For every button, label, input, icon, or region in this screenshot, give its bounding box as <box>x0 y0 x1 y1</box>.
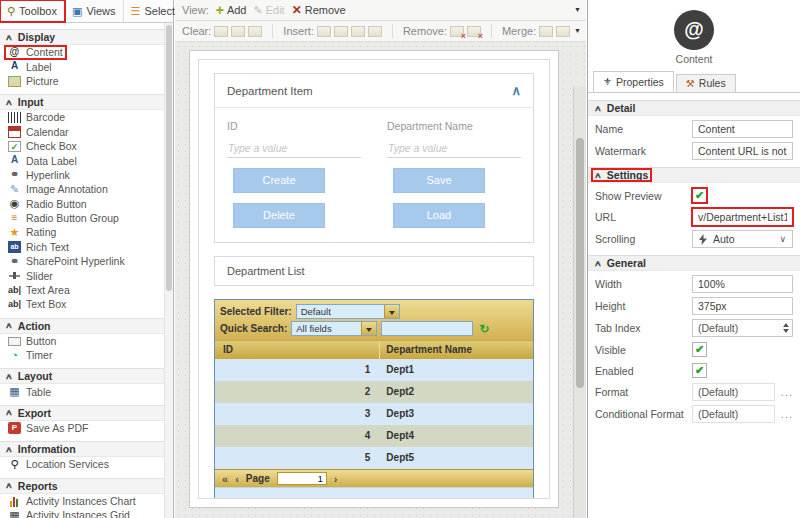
delete-button[interactable]: Delete <box>233 203 325 228</box>
id-input[interactable] <box>227 139 361 158</box>
column-header-id[interactable]: ID <box>215 341 380 359</box>
dropdown-arrow-icon[interactable] <box>361 322 376 335</box>
toolbox-item-picture[interactable]: Picture <box>0 74 164 88</box>
section-action[interactable]: ∧Action <box>0 318 164 334</box>
section-reports[interactable]: ∧Reports <box>0 478 164 494</box>
quick-search-input[interactable] <box>381 321 473 336</box>
remove-view-button[interactable]: ✕Remove <box>292 3 346 17</box>
create-button[interactable]: Create <box>233 168 325 193</box>
toolbox-scrollbar[interactable] <box>164 23 173 518</box>
load-button[interactable]: Load <box>393 203 485 228</box>
department-item-header[interactable]: Department Item ∧ <box>215 74 533 108</box>
pager-prev-icon[interactable]: ‹ <box>235 471 239 487</box>
clear-contents-icon[interactable] <box>214 26 228 37</box>
insert-row-below-icon[interactable] <box>368 26 382 37</box>
canvas-scrollbar[interactable] <box>573 86 586 518</box>
section-display[interactable]: ∧Display <box>0 29 164 45</box>
chevron-up-icon[interactable]: ∧ <box>511 83 521 98</box>
section-information[interactable]: ∧Information <box>0 441 164 457</box>
toolbox-item-activity-instances-chart[interactable]: Activity Instances Chart <box>0 494 164 508</box>
quick-search-field-dropdown[interactable]: All fields <box>291 321 377 336</box>
conditional-format-value[interactable]: (Default) <box>692 405 775 423</box>
format-value[interactable]: (Default) <box>692 383 775 401</box>
section-export[interactable]: ∧Export <box>0 405 164 421</box>
watermark-input[interactable] <box>692 142 793 160</box>
edit-view-button[interactable]: ✎Edit <box>253 4 284 17</box>
toolbox-item-image-annotation[interactable]: ✎Image Annotation <box>0 182 164 196</box>
toolbox-item-timer[interactable]: ◔Timer <box>0 348 164 362</box>
pager-page-input[interactable] <box>277 472 327 485</box>
toolbox-item-table[interactable]: ▦Table <box>0 384 164 398</box>
table-row[interactable]: 2Dept2 <box>215 381 533 403</box>
tab-rules[interactable]: ⚒ Rules <box>676 74 736 92</box>
insert-column-right-icon[interactable] <box>334 26 348 37</box>
toolbar-dropdown-icon[interactable]: ▼ <box>574 27 581 34</box>
toolbox-scrollbar-thumb[interactable] <box>166 25 172 291</box>
toolbox-item-checkbox[interactable]: ✓Check Box <box>0 139 164 153</box>
toolbox-item-text-box[interactable]: ab|Text Box <box>0 297 164 311</box>
insert-column-left-icon[interactable] <box>317 26 331 37</box>
height-label: Height <box>595 300 692 312</box>
scrolling-dropdown[interactable]: Auto ∨ <box>692 230 793 248</box>
insert-row-above-icon[interactable] <box>351 26 365 37</box>
format-ellipsis-button[interactable]: ... <box>781 386 793 398</box>
tab-index-spinner[interactable]: (Default) <box>692 319 793 337</box>
toolbox-item-content[interactable]: @Content <box>0 45 164 59</box>
conditional-format-ellipsis-button[interactable]: ... <box>781 408 793 420</box>
toolbox-item-rich-text[interactable]: abRich Text <box>0 240 164 254</box>
merge-right-icon[interactable] <box>539 26 553 37</box>
pager-next-icon[interactable]: › <box>334 471 338 487</box>
dropdown-arrow-icon[interactable] <box>384 305 399 318</box>
table-row[interactable]: 3Dept3 <box>215 403 533 425</box>
remove-row-icon[interactable] <box>467 26 481 37</box>
selected-filter-dropdown[interactable]: Default <box>296 304 400 319</box>
toolbar-dropdown-icon[interactable]: ▼ <box>574 6 581 13</box>
section-layout[interactable]: ∧Layout <box>0 368 164 384</box>
clear-all-icon[interactable] <box>248 26 262 37</box>
toolbox-item-sharepoint-hyperlink[interactable]: ⚭SharePoint Hyperlink <box>0 254 164 268</box>
column-header-department-name[interactable]: Department Name <box>380 341 533 359</box>
merge-down-icon[interactable] <box>556 26 570 37</box>
visible-checkbox[interactable]: ✔ <box>692 342 707 357</box>
pager-first-icon[interactable]: « <box>222 471 228 487</box>
toolbox-item-rating[interactable]: ★Rating <box>0 225 164 239</box>
toolbox-item-radio-button-group[interactable]: ≡Radio Button Group <box>0 211 164 225</box>
refresh-icon[interactable]: ↻ <box>479 322 489 336</box>
name-input[interactable] <box>692 120 793 138</box>
toolbox-item-text-area[interactable]: ab|Text Area <box>0 283 164 297</box>
toolbox-item-button[interactable]: Button <box>0 334 164 348</box>
department-name-input[interactable] <box>387 139 521 158</box>
table-row[interactable]: 5Dept5 <box>215 447 533 469</box>
toolbox-item-data-label[interactable]: AData Label <box>0 153 164 167</box>
show-preview-checkbox[interactable]: ✔ <box>692 188 707 203</box>
section-general[interactable]: ∧General <box>588 255 800 271</box>
picture-icon <box>8 76 21 87</box>
toolbox-item-barcode[interactable]: Barcode <box>0 110 164 124</box>
width-input[interactable] <box>692 275 793 293</box>
remove-column-icon[interactable] <box>450 26 464 37</box>
toolbox-item-label[interactable]: ALabel <box>0 59 164 73</box>
toolbox-item-radio-button[interactable]: ◉Radio Button <box>0 197 164 211</box>
clear-styles-icon[interactable] <box>231 26 245 37</box>
spinner-arrows-icon[interactable] <box>783 323 789 333</box>
toolbox-item-location-services[interactable]: ⚲Location Services <box>0 457 164 471</box>
table-row[interactable]: 4Dept4 <box>215 425 533 447</box>
table-row[interactable]: 1Dept1 <box>215 359 533 381</box>
height-input[interactable] <box>692 297 793 315</box>
tab-properties[interactable]: ⚜ Properties <box>593 71 674 92</box>
toolbox-item-activity-instances-grid[interactable]: ▦Activity Instances Grid <box>0 508 164 518</box>
toolbox-item-calendar[interactable]: Calendar <box>0 125 164 139</box>
canvas-scrollbar-thumb[interactable] <box>576 138 584 388</box>
tab-views[interactable]: ▣ Views <box>65 0 124 22</box>
add-view-button[interactable]: +Add <box>216 4 247 16</box>
section-input[interactable]: ∧Input <box>0 94 164 110</box>
section-settings[interactable]: ∧Settings <box>588 167 800 183</box>
toolbox-item-save-as-pdf[interactable]: PSave As PDF <box>0 421 164 435</box>
save-button[interactable]: Save <box>393 168 485 193</box>
toolbox-item-hyperlink[interactable]: ⚭Hyperlink <box>0 168 164 182</box>
section-detail[interactable]: ∧Detail <box>588 100 800 116</box>
url-input[interactable] <box>692 208 793 226</box>
enabled-checkbox[interactable]: ✔ <box>692 363 707 378</box>
toolbox-item-slider[interactable]: Slider <box>0 268 164 282</box>
tab-toolbox[interactable]: ⚲ Toolbox <box>0 0 65 22</box>
